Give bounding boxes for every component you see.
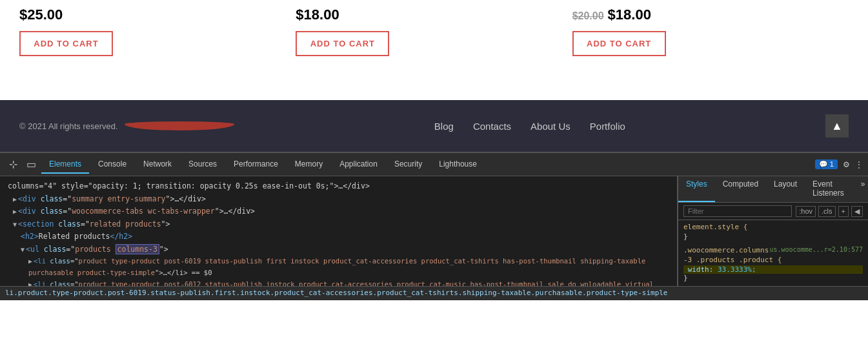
html-line-2: ▶<div class="summary entry-summary">…</d… <box>5 193 672 206</box>
styles-tab-layout[interactable]: Layout <box>766 176 805 202</box>
devtools-cursor-icon[interactable]: ⊹ <box>5 156 21 173</box>
styles-filter: :hov .cls + ◀ <box>678 203 868 220</box>
footer-nav-portfolio[interactable]: Portfolio <box>590 121 625 132</box>
tab-memory[interactable]: Memory <box>287 156 330 174</box>
footer-nav-about[interactable]: About Us <box>530 121 570 132</box>
html-line-1: columns="4" style="opacity: 1; transitio… <box>5 180 672 193</box>
html-line-4: ▼<section class="related products"> <box>5 218 672 231</box>
styles-sub-selector-2: -3 .products .product { <box>683 256 863 264</box>
styles-selector-2: .woocommerce.columns <box>683 246 769 254</box>
footer-nav: Blog Contacts About Us Portfolio <box>434 121 625 132</box>
tab-application[interactable]: Application <box>332 156 385 174</box>
styles-value-width: 33.3333%; <box>718 265 756 274</box>
product-sale-price: $18.00 <box>608 6 651 23</box>
scroll-to-top-button[interactable]: ▲ <box>825 114 849 138</box>
html-line-3: ▶<div class="woocommerce-tabs wc-tabs-wr… <box>5 205 672 218</box>
filter-add-btn[interactable]: + <box>838 206 849 217</box>
filter-cls-btn[interactable]: .cls <box>818 206 836 217</box>
styles-tab-more[interactable]: » <box>853 176 868 202</box>
devtools-badge: 💬 1 <box>815 159 838 169</box>
add-to-cart-button-1[interactable]: ADD TO CART <box>19 31 113 56</box>
styles-property-width: width: <box>688 265 714 274</box>
styles-tab-styles[interactable]: Styles <box>678 176 715 202</box>
devtools-settings-icon[interactable]: ⚙ <box>843 160 850 169</box>
html-line-7: ▶<li class="product type-product post-60… <box>5 256 672 279</box>
styles-filter-input[interactable] <box>683 205 792 217</box>
devtools-main: columns="4" style="opacity: 1; transitio… <box>0 176 868 286</box>
breadcrumb-text: li.product.type-product.post-6019.status… <box>5 289 668 297</box>
tab-security[interactable]: Security <box>387 156 430 174</box>
filter-hov-btn[interactable]: :hov <box>796 206 816 217</box>
devtools-more-icon[interactable]: ⋮ <box>855 160 863 169</box>
tab-sources[interactable]: Sources <box>181 156 225 174</box>
styles-content: element.style { } .woocommerce.columns u… <box>678 220 868 286</box>
add-to-cart-button-2[interactable]: ADD TO CART <box>296 31 389 56</box>
devtools-breadcrumb: li.product.type-product.post-6019.status… <box>0 286 868 300</box>
devtools-toolbar-right: 💬 1 ⚙ ⋮ <box>815 159 863 169</box>
filter-buttons: :hov .cls + ◀ <box>796 206 863 217</box>
styles-highlighted-rule: width: 33.3333%; <box>683 265 863 274</box>
tab-network[interactable]: Network <box>136 156 179 174</box>
footer-copyright: © 2021 All rights reserved. <box>19 121 118 131</box>
devtools-panel: ⊹ ▭ Elements Console Network Sources Per… <box>0 152 868 300</box>
product-price-3: $20.00$18.00 <box>572 6 849 23</box>
tab-lighthouse[interactable]: Lighthouse <box>431 156 485 174</box>
product-area: $25.00 ADD TO CART $18.00 ADD TO CART $2… <box>0 0 868 100</box>
product-item-3: $20.00$18.00 ADD TO CART <box>572 6 849 56</box>
tab-elements[interactable]: Elements <box>41 156 89 174</box>
styles-tab-event-listeners[interactable]: Event Listeners <box>805 176 852 202</box>
styles-tabs: Styles Computed Layout Event Listeners » <box>678 176 868 203</box>
product-item-2: $18.00 ADD TO CART <box>296 6 572 56</box>
product-price-2: $18.00 <box>296 6 572 23</box>
product-original-price: $20.00 <box>572 10 604 21</box>
footer-logo-squiggle <box>125 121 234 130</box>
devtools-styles-panel: Styles Computed Layout Event Listeners »… <box>678 176 868 286</box>
footer-left: © 2021 All rights reserved. <box>19 121 234 131</box>
styles-brace-2: } <box>683 274 863 282</box>
styles-selector-1: element.style { <box>683 223 863 231</box>
product-item-1: $25.00 ADD TO CART <box>19 6 296 56</box>
styles-tab-computed[interactable]: Computed <box>715 176 766 202</box>
styles-source-2: us.woocomme...r=2.10:577 <box>770 246 863 256</box>
devtools-toolbar: ⊹ ▭ Elements Console Network Sources Per… <box>0 153 868 176</box>
footer: © 2021 All rights reserved. Blog Contact… <box>0 100 868 152</box>
html-line-5: <h2>Related products</h2> <box>5 231 672 243</box>
styles-rule-woo-columns: .woocommerce.columns us.woocomme...r=2.1… <box>683 246 863 282</box>
html-line-8: ▶<li class="product type-product post-60… <box>5 279 672 286</box>
product-price-1: $25.00 <box>19 6 296 23</box>
devtools-html-panel[interactable]: columns="4" style="opacity: 1; transitio… <box>0 176 678 286</box>
devtools-device-icon[interactable]: ▭ <box>23 156 40 173</box>
tab-performance[interactable]: Performance <box>226 156 286 174</box>
footer-nav-blog[interactable]: Blog <box>434 121 454 132</box>
footer-nav-contacts[interactable]: Contacts <box>473 121 511 132</box>
tab-console[interactable]: Console <box>90 156 134 174</box>
add-to-cart-button-3[interactable]: ADD TO CART <box>572 31 666 56</box>
html-line-6: ▼<ul class="products columns-3"> <box>5 243 672 256</box>
filter-collapse-btn[interactable]: ◀ <box>851 206 863 217</box>
styles-brace-1: } <box>683 232 863 241</box>
styles-rule-element: element.style { } <box>683 223 863 241</box>
